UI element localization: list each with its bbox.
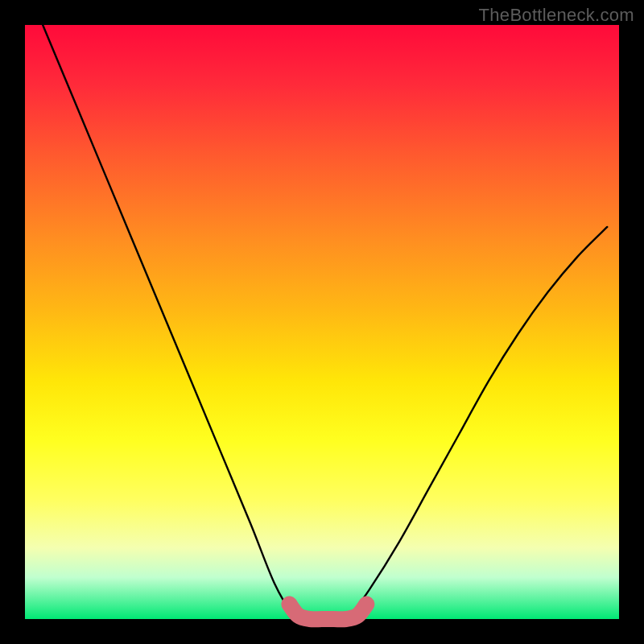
plot-area — [25, 25, 619, 619]
chart-frame: TheBottleneck.com — [0, 0, 644, 644]
bottleneck-curve — [43, 25, 607, 620]
watermark-text: TheBottleneck.com — [479, 5, 634, 26]
curve-layer — [25, 25, 619, 619]
flat-highlight — [289, 605, 366, 620]
